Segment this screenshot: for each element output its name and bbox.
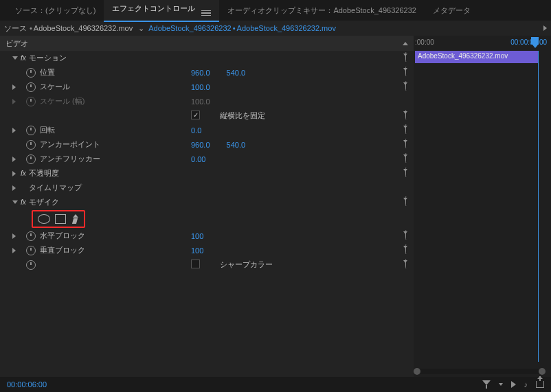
fx-badge-icon[interactable]: fx (21, 54, 26, 62)
reset-icon[interactable] (405, 139, 407, 148)
reset-icon[interactable] (405, 153, 407, 163)
effect-label: モーション (29, 53, 67, 63)
tab-source[interactable]: ソース：(クリップなし) (7, 1, 104, 21)
chevron-right-icon[interactable] (12, 248, 21, 253)
current-timecode[interactable]: 00:00:06:00 (7, 380, 47, 389)
reset-icon[interactable] (405, 81, 407, 91)
chevron-down-icon[interactable] (12, 200, 21, 204)
effect-label: タイムリマップ (29, 183, 82, 193)
reset-icon[interactable] (405, 67, 407, 76)
chevron-right-icon[interactable] (12, 233, 21, 239)
tab-label: エフェクトコントロール (112, 4, 195, 12)
chevron-right-icon[interactable] (12, 128, 21, 133)
mini-timeline[interactable]: :00:00 00:00:05:00 AdobeStock_496326232.… (414, 36, 551, 377)
playhead-icon[interactable] (531, 37, 539, 44)
reset-icon[interactable] (405, 230, 407, 240)
stopwatch-icon[interactable] (26, 231, 36, 241)
time-ruler[interactable]: :00:00 00:00:05:00 (414, 36, 551, 51)
video-section-label: ビデオ (5, 38, 28, 49)
source-dropdown-icon[interactable]: ⌄ (138, 24, 144, 33)
zoom-handle-left[interactable] (414, 368, 420, 375)
tab-audio-mixer[interactable]: オーディオクリップミキサー：AdobeStock_496326232 (219, 1, 425, 21)
sequence-name[interactable]: AdobeStock_496326232 (148, 24, 232, 32)
effect-opacity[interactable]: fx 不透明度 (0, 166, 414, 181)
anchor-y[interactable]: 540.0 (227, 141, 246, 149)
reset-icon[interactable] (405, 124, 407, 134)
tab-metadata[interactable]: メタデータ (425, 1, 479, 21)
effect-controls-header: ソース • AdobeStock_496326232.mov ⌄ AdobeSt… (0, 21, 551, 36)
property-label: アンカーポイント (40, 139, 100, 150)
stopwatch-icon[interactable] (26, 246, 36, 255)
mask-ellipse-icon[interactable] (38, 214, 50, 224)
mosaic-mask-tools-row (0, 209, 414, 229)
property-label: スケール (幅) (40, 96, 85, 106)
zoom-handle-right[interactable] (539, 368, 546, 375)
fx-badge-icon[interactable]: fx (21, 198, 26, 206)
filter-dropdown-icon[interactable] (499, 383, 503, 386)
rotation-value[interactable]: 0.0 (191, 126, 201, 135)
show-timeline-icon[interactable] (543, 25, 547, 31)
property-label: 水平ブロック (40, 231, 85, 241)
tab-effect-controls[interactable]: エフェクトコントロール (104, 0, 219, 22)
vblocks-value[interactable]: 100 (191, 246, 203, 255)
mask-rectangle-icon[interactable] (55, 214, 66, 224)
property-vertical-blocks: 垂直ブロック 100 (0, 243, 414, 257)
property-anti-flicker: アンチフリッカー 0.00 (0, 152, 414, 166)
position-y[interactable]: 540.0 (227, 69, 246, 77)
source-clip-name[interactable]: AdobeStock_496326232.mov (34, 24, 133, 32)
note-icon[interactable]: ♪ (524, 380, 528, 389)
chevron-right-icon[interactable] (12, 84, 21, 90)
timeline-clip[interactable]: AdobeStock_496326232.mov (415, 51, 539, 63)
mask-tools-highlight (32, 210, 85, 228)
anchor-x[interactable]: 960.0 (191, 141, 210, 149)
property-anchor-point: アンカーポイント 960.0 540.0 (0, 137, 414, 152)
effect-time-remap[interactable]: fx タイムリマップ (0, 181, 414, 195)
ruler-tick-start: :00:00 (415, 38, 434, 46)
stopwatch-icon[interactable] (26, 140, 36, 150)
sharp-colors-checkbox[interactable] (191, 260, 200, 268)
sequence-clip-name[interactable]: AdobeStock_496326232.mov (237, 24, 336, 32)
stopwatch-icon[interactable] (26, 154, 36, 164)
export-icon[interactable] (536, 381, 544, 388)
chevron-down-icon[interactable] (12, 56, 21, 60)
stopwatch-icon[interactable] (26, 260, 36, 270)
fx-badge-icon[interactable]: fx (21, 170, 26, 177)
panel-menu-icon[interactable] (201, 10, 211, 16)
uniform-scale-checkbox[interactable] (191, 111, 200, 119)
reset-icon[interactable] (405, 168, 407, 177)
property-scale-width: スケール (幅) 100.0 (0, 94, 414, 108)
play-audio-icon[interactable] (511, 381, 516, 388)
stopwatch-icon[interactable] (26, 126, 36, 135)
property-position: 位置 960.0 540.0 (0, 65, 414, 80)
position-x[interactable]: 960.0 (191, 69, 210, 77)
property-label: アンチフリッカー (40, 154, 100, 164)
video-section-header[interactable]: ビデオ (0, 36, 414, 51)
effect-motion[interactable]: fx モーション (0, 51, 414, 65)
scale-w-value: 100.0 (191, 97, 210, 106)
filter-icon[interactable] (482, 380, 491, 389)
chevron-right-icon[interactable] (12, 185, 21, 191)
antiflicker-value[interactable]: 0.00 (191, 155, 205, 163)
effect-mosaic[interactable]: fx モザイク (0, 195, 414, 209)
reset-icon[interactable] (405, 110, 407, 119)
mask-pen-icon[interactable] (71, 214, 79, 224)
property-horizontal-blocks: 水平ブロック 100 (0, 229, 414, 243)
effect-label: モザイク (29, 197, 59, 207)
chevron-right-icon[interactable] (12, 157, 21, 162)
property-sharp-colors: シャープカラー (0, 257, 414, 272)
bullet: • (30, 24, 32, 32)
stopwatch-icon[interactable] (26, 68, 36, 78)
hblocks-value[interactable]: 100 (191, 232, 203, 240)
reset-icon[interactable] (405, 244, 407, 254)
chevron-right-icon[interactable] (12, 171, 21, 176)
reset-icon[interactable] (405, 52, 407, 62)
source-label: ソース (4, 23, 27, 34)
stopwatch-icon (26, 97, 36, 106)
timeline-zoom-scrollbar[interactable] (415, 369, 544, 374)
property-label: 回転 (40, 125, 55, 135)
property-scale: スケール 100.0 (0, 80, 414, 94)
stopwatch-icon[interactable] (26, 82, 36, 92)
reset-icon[interactable] (405, 196, 407, 206)
scale-value[interactable]: 100.0 (191, 83, 210, 91)
reset-icon[interactable] (405, 259, 407, 268)
